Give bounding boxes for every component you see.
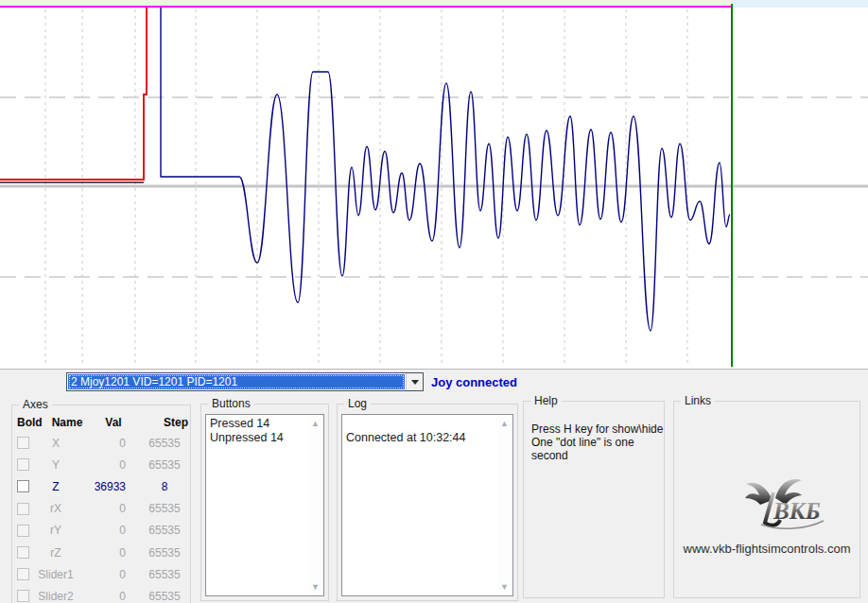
- axis-row-ry: rY065535: [12, 520, 190, 542]
- connection-status-text: Joy connected: [431, 375, 517, 389]
- device-select[interactable]: 2 Mjoy1201 VID=1201 PID=1201: [66, 372, 424, 391]
- axis-value: 0: [78, 524, 126, 537]
- axis-name: rZ: [33, 546, 78, 560]
- log-list-scrollbar[interactable]: ▲ ▼: [497, 416, 512, 594]
- chevron-down-icon: [411, 380, 419, 385]
- buttons-panel: Buttons Pressed 14Unpressed 14 ▲ ▼: [200, 404, 329, 601]
- axis-name: Slider1: [33, 568, 78, 581]
- help-panel: Help Press H key for show\hideOne "dot l…: [523, 401, 665, 598]
- axis-name: rX: [33, 502, 78, 515]
- header-step: Step: [148, 416, 203, 429]
- links-panel-title: Links: [681, 394, 715, 407]
- axis-name: Slider2: [33, 590, 78, 603]
- help-line: One "dot line" is one second: [531, 436, 664, 462]
- axis-step: 65535: [137, 502, 192, 515]
- axis-row-slider1: Slider1065535: [12, 563, 190, 585]
- list-item: [346, 417, 495, 431]
- log-panel: Log Connected at 10:32:44 ▲ ▼: [337, 404, 518, 601]
- axis-bold-checkbox[interactable]: [17, 568, 29, 580]
- axis-step: 65535: [137, 458, 192, 472]
- axis-row-rx: rX065535: [12, 498, 190, 520]
- website-link[interactable]: www.vkb-flightsimcontrols.com: [674, 542, 859, 556]
- links-panel: Links ВКБ www.vkb-flightsimcontrols.com: [673, 401, 860, 598]
- axis-value: 0: [78, 502, 126, 515]
- header-name: Name: [44, 416, 90, 429]
- axis-value: 36933: [78, 480, 126, 493]
- axis-bold-checkbox[interactable]: [17, 480, 29, 492]
- axis-trace-chart: [0, 0, 868, 370]
- axis-value: 0: [78, 458, 126, 472]
- help-text: Press H key for show\hideOne "dot line" …: [524, 402, 664, 462]
- list-item: Pressed 14: [210, 417, 306, 431]
- device-select-value[interactable]: 2 Mjoy1201 VID=1201 PID=1201: [68, 374, 405, 389]
- axis-step: 65535: [137, 568, 192, 581]
- list-item: Unpressed 14: [210, 431, 306, 445]
- axis-step: 65535: [137, 590, 192, 603]
- axis-name: Y: [33, 458, 78, 472]
- axis-name: X: [33, 437, 78, 450]
- scroll-up-icon[interactable]: ▲: [500, 419, 509, 428]
- axis-bold-checkbox[interactable]: [17, 458, 29, 471]
- scroll-down-icon[interactable]: ▼: [311, 582, 320, 592]
- buttons-list-scrollbar[interactable]: ▲ ▼: [308, 416, 322, 594]
- axis-bold-checkbox[interactable]: [17, 546, 29, 559]
- chart-top-band-left: [0, 0, 732, 6]
- axis-bold-checkbox[interactable]: [17, 437, 29, 449]
- waveform-path: [161, 8, 730, 331]
- help-line: Press H key for show\hide: [531, 422, 664, 436]
- red-marker-line: [0, 8, 147, 180]
- scroll-down-icon[interactable]: ▼: [500, 582, 509, 592]
- axis-step: 8: [137, 480, 192, 493]
- list-item: Connected at 10:32:44: [346, 431, 495, 445]
- log-list[interactable]: Connected at 10:32:44 ▲ ▼: [341, 414, 513, 596]
- chart-top-band-right: [732, 0, 868, 8]
- scroll-up-icon[interactable]: ▲: [311, 419, 320, 428]
- axis-value: 0: [78, 568, 126, 581]
- axis-value: 0: [78, 546, 126, 560]
- header-val: Val: [90, 416, 137, 429]
- axis-row-slider2: Slider2065535: [12, 585, 190, 603]
- axis-bold-checkbox[interactable]: [17, 503, 29, 515]
- device-select-dropdown-button[interactable]: [406, 373, 423, 390]
- axis-row-z: Z369338: [12, 475, 190, 497]
- help-panel-title: Help: [530, 394, 562, 407]
- buttons-panel-title: Buttons: [208, 397, 254, 410]
- axis-bold-checkbox[interactable]: [17, 525, 29, 537]
- axis-row-rz: rZ065535: [12, 542, 190, 563]
- joytester-window: 2 Mjoy1201 VID=1201 PID=1201 Joy connect…: [0, 0, 868, 603]
- axis-row-y: Y065535: [12, 454, 190, 475]
- axis-step: 65535: [137, 437, 192, 450]
- logo-text: ВКБ: [773, 498, 821, 524]
- axis-bold-checkbox[interactable]: [17, 590, 29, 602]
- vkb-logo: ВКБ: [744, 475, 825, 536]
- header-bold: Bold: [12, 416, 44, 429]
- buttons-list[interactable]: Pressed 14Unpressed 14 ▲ ▼: [205, 414, 324, 596]
- axes-table-header: Bold Name Val Step: [12, 413, 190, 432]
- log-panel-title: Log: [344, 397, 371, 410]
- axis-step: 65535: [137, 524, 192, 537]
- axis-row-x: X065535: [12, 432, 190, 454]
- chart-canvas: [0, 0, 868, 369]
- logo-left-wing: [745, 483, 773, 505]
- axes-panel: Axes Bold Name Val Step X065535Y065535Z3…: [11, 405, 191, 603]
- axis-value: 0: [78, 590, 126, 603]
- axis-value: 0: [78, 437, 126, 450]
- axes-panel-title: Axes: [19, 398, 52, 411]
- axis-name: Z: [33, 480, 78, 493]
- axis-step: 65535: [137, 546, 192, 560]
- axis-name: rY: [33, 524, 78, 537]
